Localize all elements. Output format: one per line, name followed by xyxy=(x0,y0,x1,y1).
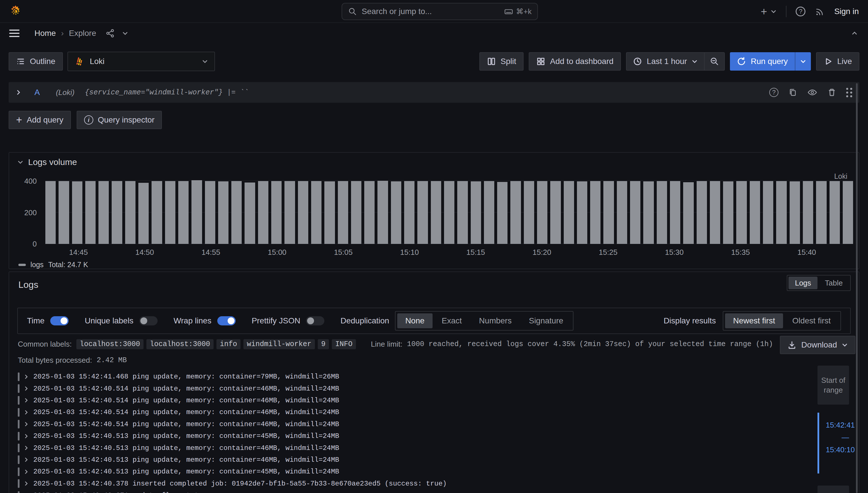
dedup-option-numbers[interactable]: Numbers xyxy=(471,313,520,328)
download-button[interactable]: Download xyxy=(780,336,855,354)
toggle-switch-wrap-lines[interactable] xyxy=(217,316,236,325)
display-results-label: Display results xyxy=(664,316,716,325)
volume-bar xyxy=(271,181,281,244)
sign-in-link[interactable]: Sign in xyxy=(834,7,859,16)
volume-bar xyxy=(471,181,481,244)
zoom-out-time-button[interactable] xyxy=(704,53,724,70)
menu-toggle-icon[interactable] xyxy=(9,29,20,37)
copy-icon[interactable] xyxy=(788,88,798,97)
toggle-group-unique-labels: Unique labels xyxy=(85,316,157,325)
grafana-logo-icon[interactable] xyxy=(9,5,22,18)
log-level-bar xyxy=(18,420,20,428)
log-level-bar xyxy=(18,444,20,452)
run-query-dropdown[interactable] xyxy=(795,52,811,70)
volume-bar xyxy=(790,181,800,244)
breadcrumb-explore[interactable]: Explore xyxy=(69,29,96,38)
log-level-bar xyxy=(18,408,20,417)
log-row[interactable]: 2025-01-03 15:42:40.513 ping update, mem… xyxy=(18,430,807,442)
log-expand-icon[interactable] xyxy=(23,386,29,391)
run-query-button[interactable]: Run query xyxy=(730,57,795,66)
datasource-picker[interactable]: Loki xyxy=(67,52,215,71)
display-option-oldest-first[interactable]: Oldest first xyxy=(784,313,839,328)
deduplication-options: NoneExactNumbersSignature xyxy=(395,311,573,330)
help-icon[interactable]: ? xyxy=(796,6,805,16)
log-row[interactable]: 2025-01-03 15:42:40.378 inserted complet… xyxy=(18,478,807,490)
eye-icon[interactable] xyxy=(807,87,818,98)
time-range-button[interactable]: Last 1 hour xyxy=(627,57,704,66)
split-button[interactable]: Split xyxy=(479,52,524,70)
common-label-badge: INFO xyxy=(332,339,356,349)
outline-button[interactable]: Outline xyxy=(8,52,63,70)
query-ref-id[interactable]: A xyxy=(35,88,40,97)
breadcrumb-home[interactable]: Home xyxy=(35,29,56,38)
common-label-badge: windmill-worker xyxy=(244,339,315,349)
log-row[interactable]: 2025-01-03 15:42:40.514 ping update, mem… xyxy=(18,394,807,406)
log-expand-icon[interactable] xyxy=(23,481,29,487)
log-row[interactable]: 2025-01-03 15:42:40.514 ping update, mem… xyxy=(18,383,807,394)
log-expand-icon[interactable] xyxy=(23,433,29,439)
log-row[interactable]: 2025-01-03 15:42:40.514 ping update, mem… xyxy=(18,419,807,430)
volume-bar xyxy=(564,181,574,244)
log-expand-icon[interactable] xyxy=(23,374,29,380)
toggle-switch-time[interactable] xyxy=(50,316,69,325)
chevron-down-icon xyxy=(800,58,806,65)
dedup-option-exact[interactable]: Exact xyxy=(434,313,470,328)
chevron-down-icon xyxy=(202,58,208,65)
time-range-marker-line[interactable] xyxy=(818,413,819,473)
new-button[interactable]: + xyxy=(761,6,777,17)
volume-bar xyxy=(338,181,348,244)
chevron-down-icon[interactable] xyxy=(122,30,128,37)
plus-icon: + xyxy=(16,115,22,125)
log-row[interactable]: 2025-01-03 15:42:41.468 ping update, mem… xyxy=(18,371,807,383)
zoom-out-icon xyxy=(710,57,719,66)
log-row[interactable]: 2025-01-03 15:42:40.513 ping update, mem… xyxy=(18,466,807,477)
chevron-down-icon xyxy=(692,58,698,65)
search-input[interactable]: Search or jump to... ⌘+k xyxy=(342,3,538,20)
log-expand-icon[interactable] xyxy=(23,445,29,451)
log-expand-icon[interactable] xyxy=(23,398,29,403)
logs-volume-header[interactable]: Logs volume xyxy=(9,153,859,167)
toggle-switch-prettify-json[interactable] xyxy=(306,316,324,325)
volume-bar xyxy=(205,181,215,244)
chevron-up-icon[interactable] xyxy=(851,30,858,37)
log-expand-icon[interactable] xyxy=(23,421,29,427)
legend-swatch xyxy=(18,264,26,266)
x-axis-tick: 14:45 xyxy=(69,248,88,257)
log-row[interactable]: 2025-01-03 15:42:40.513 ping update, mem… xyxy=(18,454,807,466)
query-inspector-button[interactable]: i Query inspector xyxy=(77,111,162,129)
query-help-icon[interactable]: ? xyxy=(769,88,779,97)
trash-icon[interactable] xyxy=(827,88,837,97)
toggle-switch-unique-labels[interactable] xyxy=(139,316,157,325)
volume-bar xyxy=(736,181,746,244)
log-row[interactable]: 2025-01-03 15:42:40.513 ping update, mem… xyxy=(18,442,807,454)
drag-handle-icon[interactable] xyxy=(846,88,852,97)
log-row[interactable]: 2025-01-03 15:42:40.371 update flow stat… xyxy=(18,490,807,493)
scrollbar-thumb[interactable] xyxy=(856,83,858,493)
y-axis-tick: 400 xyxy=(24,177,37,186)
log-expand-icon[interactable] xyxy=(23,457,29,463)
log-expand-icon[interactable] xyxy=(23,469,29,475)
query-expression[interactable]: {service_name="windmill-worker"} |= `` xyxy=(85,88,249,97)
display-option-newest-first[interactable]: Newest first xyxy=(725,313,783,328)
dedup-option-none[interactable]: None xyxy=(397,313,432,328)
view-option-table[interactable]: Table xyxy=(819,277,849,289)
share-icon[interactable] xyxy=(105,28,115,38)
log-line-text: 2025-01-03 15:42:40.513 ping update, mem… xyxy=(33,456,339,464)
add-to-dashboard-button[interactable]: Add to dashboard xyxy=(529,52,621,70)
switch-knob xyxy=(140,317,147,324)
add-query-button[interactable]: + Add query xyxy=(8,111,71,129)
logs-panel-title: Logs xyxy=(18,279,38,290)
legend-series-name[interactable]: logs xyxy=(30,261,44,269)
volume-bar xyxy=(178,181,189,244)
expand-query-icon[interactable] xyxy=(16,89,22,95)
clock-icon xyxy=(633,57,642,66)
toggle-label: Unique labels xyxy=(85,316,133,325)
log-row[interactable]: 2025-01-03 15:42:40.514 ping update, mem… xyxy=(18,406,807,418)
live-button[interactable]: Live xyxy=(816,52,860,70)
dedup-option-signature[interactable]: Signature xyxy=(521,313,571,328)
view-option-logs[interactable]: Logs xyxy=(788,277,817,289)
deduplication-label: Deduplication xyxy=(340,316,389,325)
log-expand-icon[interactable] xyxy=(23,409,29,415)
news-rss-icon[interactable] xyxy=(814,6,825,17)
volume-bar xyxy=(750,181,760,244)
